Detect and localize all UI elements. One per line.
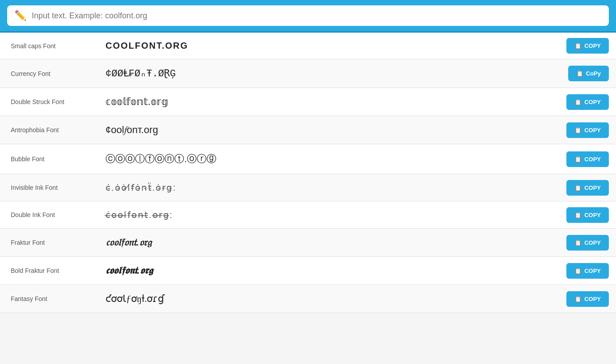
copy-button-1[interactable]: 📋CoPy [568,66,609,81]
copy-label: CoPy [586,70,601,77]
copy-button-4[interactable]: 📋COPY [566,151,609,167]
copy-button-7[interactable]: 📋COPY [566,235,609,251]
copy-label: COPY [584,156,601,163]
font-preview: ċ̵.ȯ̵ȯ̵l̸f̵ȯ̵n̵ẗ̵.ȯ̵r̵g̵: [98,174,559,201]
copy-label: COPY [584,184,601,191]
copy-icon: 📋 [574,184,582,191]
copy-button-5[interactable]: 📋COPY [566,180,609,196]
font-preview: ƈơơƖƒơŋƚ.ơɾɠ [98,285,559,313]
font-preview: ċ̶o̶o̶l̶f̵o̶n̶t̶.o̶r̶g̶: [98,201,559,228]
font-preview: COOLFONT.ORG [98,33,559,59]
font-row: Double Ink Fontċ̶o̶o̶l̶f̵o̶n̶t̶.o̶r̶g̶:📋… [0,201,616,229]
copy-icon: 📋 [574,156,582,163]
font-label: Fraktur Font [0,231,98,254]
font-label: Fantasy Font [0,287,98,310]
copy-icon: 📋 [574,212,582,218]
copy-icon: 📋 [574,99,582,105]
font-label: Double Ink Font [0,203,98,226]
font-row: Small caps FontCOOLFONT.ORG📋COPY [0,33,616,59]
font-preview: 𝕔𝕠𝕠𝕝𝕗𝕠𝕟𝕥.𝕠𝕣𝕘 [98,88,559,116]
copy-label: COPY [584,127,601,134]
copy-button-8[interactable]: 📋COPY [566,263,609,279]
font-label: Currency Font [0,62,98,85]
copy-button-0[interactable]: 📋COPY [566,38,609,54]
font-row: Antrophobia Font¢ool𝑓onт.org📋COPY [0,116,616,144]
header: ✏️ [0,0,616,33]
font-row: Invisible Ink Fontċ̵.ȯ̵ȯ̵l̸f̵ȯ̵n̵ẗ̵.ȯ̵r̵… [0,174,616,201]
copy-icon: 📋 [574,239,582,246]
copy-label: COPY [584,239,601,246]
font-row: Bubble Fontⓒⓞⓞⓛⓕⓞⓝⓣ.ⓞⓡⓖ📋COPY [0,144,616,174]
copy-label: COPY [584,212,601,218]
copy-button-9[interactable]: 📋COPY [566,291,609,307]
copy-button-6[interactable]: 📋COPY [566,207,609,223]
font-row: Double Struck Font𝕔𝕠𝕠𝕝𝕗𝕠𝕟𝕥.𝕠𝕣𝕘📋COPY [0,88,616,116]
search-input[interactable] [32,11,602,21]
font-label: Small caps Font [0,34,98,58]
copy-icon: 📋 [574,42,582,49]
font-preview: ¢ØØⱠ₣ØₙŦ.ØⱤĢ [98,59,561,88]
copy-icon: 📋 [574,268,582,274]
font-preview: ¢ool𝑓onт.org [98,116,559,144]
copy-button-2[interactable]: 📋COPY [566,94,609,110]
copy-label: COPY [584,42,601,49]
copy-label: COPY [584,99,601,105]
font-row: Bold Fraktur Font𝖈𝖔𝖔𝖑𝖋𝖔𝖓𝖙.𝖔𝖗𝖌📋COPY [0,257,616,285]
pencil-icon: ✏️ [14,10,26,21]
search-bar: ✏️ [7,5,609,26]
font-label: Bubble Font [0,147,98,171]
font-row: Fantasy FontƈơơƖƒơŋƚ.ơɾɠ📋COPY [0,285,616,313]
font-preview: 𝖈𝖔𝖔𝖑𝖋𝖔𝖓𝖙.𝖔𝖗𝖌 [98,257,559,285]
copy-label: COPY [584,296,601,302]
font-label: Bold Fraktur Font [0,259,98,282]
copy-button-3[interactable]: 📋COPY [566,122,609,138]
font-row: Fraktur Font𝔠𝔬𝔬𝔩𝔣𝔬𝔫𝔱.𝔬𝔯𝔤📋COPY [0,229,616,257]
font-preview: 𝔠𝔬𝔬𝔩𝔣𝔬𝔫𝔱.𝔬𝔯𝔤 [98,229,559,256]
copy-icon: 📋 [574,127,582,134]
font-preview: ⓒⓞⓞⓛⓕⓞⓝⓣ.ⓞⓡⓖ [98,144,559,174]
font-label: Antrophobia Font [0,118,98,142]
font-label: Double Struck Font [0,90,98,113]
font-list: Small caps FontCOOLFONT.ORG📋COPYCurrency… [0,33,616,313]
copy-label: COPY [584,268,601,274]
copy-icon: 📋 [576,70,583,77]
font-label: Invisible Ink Font [0,176,98,199]
copy-icon: 📋 [574,296,582,302]
font-row: Currency Font¢ØØⱠ₣ØₙŦ.ØⱤĢ📋CoPy [0,59,616,88]
